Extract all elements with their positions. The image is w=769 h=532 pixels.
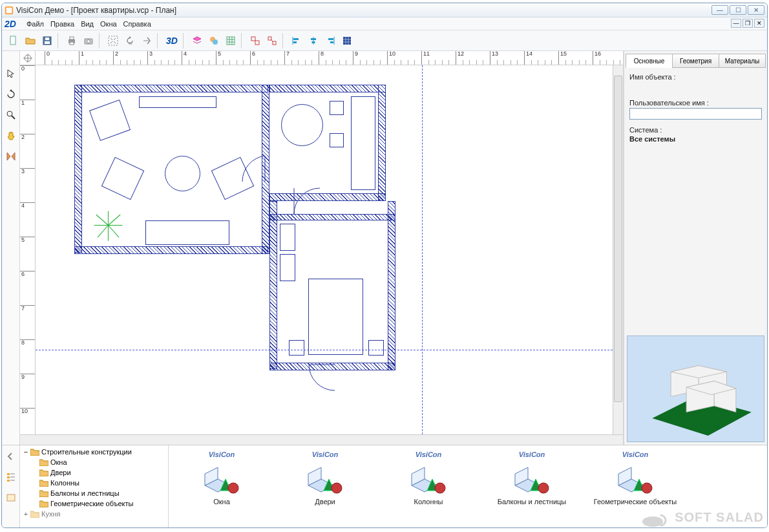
catalog-refresh-button[interactable]: [4, 491, 18, 505]
menu-file[interactable]: Файл: [26, 20, 44, 28]
tab-main[interactable]: Основные: [626, 54, 673, 68]
tree-item-geometry[interactable]: Геометрические объекты: [21, 498, 167, 509]
preview-3d[interactable]: [627, 335, 764, 442]
minimize-button[interactable]: —: [711, 5, 728, 15]
furniture-chair-2[interactable]: [330, 133, 344, 147]
svg-rect-25: [311, 38, 316, 40]
catalog-thumb-icon: [304, 460, 346, 496]
snap-grid-button[interactable]: [339, 33, 355, 48]
mdi-minimize-button[interactable]: —: [731, 19, 741, 28]
furniture-chair-1[interactable]: [330, 101, 344, 115]
user-name-label: Пользовательское имя :: [629, 99, 762, 107]
rotate-tool[interactable]: [4, 87, 18, 101]
svg-text:90: 90: [129, 41, 132, 45]
catalog-tree[interactable]: − Строительные конструкции Окна Двери Ко…: [20, 445, 169, 527]
svg-point-31: [7, 111, 12, 116]
furniture-wardrobe-1[interactable]: [280, 224, 295, 251]
catalog-brand: VisiCon: [312, 451, 339, 458]
tab-geometry[interactable]: Геометрия: [672, 54, 719, 68]
furniture-plant[interactable]: [90, 207, 126, 243]
mdi-close-button[interactable]: ✕: [754, 19, 764, 28]
new-file-button[interactable]: [6, 33, 21, 48]
furniture-bed[interactable]: [308, 279, 363, 355]
pan-tool[interactable]: [4, 129, 18, 143]
svg-line-20: [271, 39, 273, 42]
furniture-counter[interactable]: [351, 96, 375, 190]
svg-point-70: [642, 483, 652, 493]
system-value: Все системы: [629, 135, 762, 143]
svg-rect-16: [251, 37, 255, 41]
catalog-item-label: Балконы и лестницы: [498, 498, 567, 506]
catalog-thumb-icon: [615, 460, 656, 496]
user-name-input[interactable]: [629, 108, 762, 120]
svg-rect-30: [343, 37, 351, 45]
tree-item-kitchen[interactable]: +Кухня: [21, 509, 167, 519]
catalog-back-button[interactable]: [4, 449, 18, 463]
ungroup-button[interactable]: [264, 33, 280, 48]
3d-mode-button[interactable]: 3D: [163, 33, 180, 48]
horizontal-ruler[interactable]: 012345678910111213141516: [20, 51, 623, 65]
svg-line-32: [12, 116, 15, 119]
close-button[interactable]: ✕: [748, 5, 764, 15]
catalog-item-label: Колонны: [414, 498, 443, 506]
rotate-left-button[interactable]: 90: [122, 33, 138, 48]
svg-point-66: [435, 483, 445, 493]
furniture-sofa[interactable]: [145, 220, 229, 245]
vertical-scrollbar[interactable]: [613, 65, 623, 434]
tab-materials[interactable]: Материалы: [719, 54, 766, 68]
catalog-item-0[interactable]: VisiConОкна: [170, 448, 273, 525]
horizontal-scrollbar[interactable]: [20, 434, 623, 445]
svg-rect-4: [45, 41, 50, 44]
align-right-button[interactable]: [322, 33, 338, 48]
zoom-fit-button[interactable]: [105, 33, 121, 48]
tree-root[interactable]: − Строительные конструкции: [21, 447, 167, 457]
zoom-tool[interactable]: [4, 108, 18, 122]
materials-button[interactable]: [206, 33, 222, 48]
furniture-wardrobe-2[interactable]: [280, 254, 295, 281]
menu-windows[interactable]: Окна: [100, 20, 117, 28]
open-file-button[interactable]: [23, 33, 38, 48]
catalog-thumb-icon: [408, 460, 449, 496]
grid-button[interactable]: [223, 33, 238, 48]
camera-button[interactable]: [81, 33, 96, 48]
align-center-button[interactable]: [306, 33, 321, 48]
catalog-tree-button[interactable]: [4, 470, 18, 484]
properties-panel: Основные Геометрия Материалы Имя объекта…: [624, 51, 767, 445]
maximize-button[interactable]: ☐: [730, 5, 746, 15]
canvas-viewport[interactable]: [36, 65, 613, 434]
furniture-shelf[interactable]: [139, 96, 216, 108]
svg-line-41: [98, 226, 109, 238]
select-tool[interactable]: [4, 67, 18, 81]
catalog-item-2[interactable]: VisiConКолонны: [377, 448, 480, 525]
group-button[interactable]: [248, 33, 263, 48]
svg-point-68: [538, 483, 549, 493]
furniture-dining-table[interactable]: [281, 104, 323, 146]
menu-help[interactable]: Справка: [123, 20, 151, 28]
catalog-item-1[interactable]: VisiConДвери: [273, 448, 377, 525]
menu-edit[interactable]: Правка: [50, 20, 74, 28]
save-button[interactable]: [39, 33, 55, 48]
menu-view[interactable]: Вид: [81, 20, 94, 28]
mdi-restore-button[interactable]: ❐: [743, 19, 753, 28]
furniture-nightstand-1[interactable]: [289, 340, 304, 356]
application-window: VisiCon Демо - [Проект квартиры.vcp - Пл…: [1, 3, 768, 528]
door-arc-3: [306, 359, 341, 395]
walkthrough-tool[interactable]: [4, 149, 18, 164]
catalog-item-4[interactable]: VisiConГеометрические объекты: [584, 448, 687, 525]
catalog-brand: VisiCon: [209, 451, 235, 458]
catalog-brand: VisiCon: [622, 451, 649, 458]
furniture-nightstand-2[interactable]: [368, 340, 384, 356]
furniture-coffee-table[interactable]: [165, 156, 200, 191]
svg-point-14: [213, 39, 218, 45]
print-button[interactable]: [64, 33, 79, 48]
tree-item-windows[interactable]: Окна: [21, 457, 167, 467]
rotate-right-button[interactable]: [139, 33, 154, 48]
catalog-item-3[interactable]: VisiConБалконы и лестницы: [480, 448, 584, 525]
tree-item-columns[interactable]: Колонны: [21, 478, 167, 488]
tree-item-balconies[interactable]: Балконы и лестницы: [21, 488, 167, 498]
tree-item-doors[interactable]: Двери: [21, 467, 167, 478]
align-left-button[interactable]: [289, 33, 304, 48]
vertical-ruler[interactable]: 012345678910: [20, 65, 36, 434]
svg-rect-54: [7, 473, 10, 475]
layers-button[interactable]: [189, 33, 205, 48]
